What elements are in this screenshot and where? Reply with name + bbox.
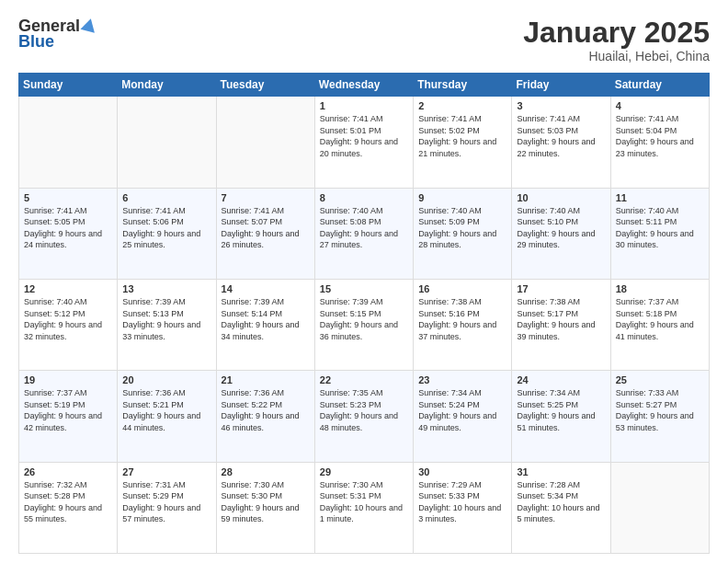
- day-number: 15: [320, 283, 408, 294]
- day-number: 13: [122, 283, 210, 294]
- day-number: 25: [616, 374, 704, 385]
- day-info: Sunrise: 7:34 AM Sunset: 5:25 PM Dayligh…: [517, 387, 605, 433]
- day-info: Sunrise: 7:30 AM Sunset: 5:31 PM Dayligh…: [320, 479, 408, 525]
- day-info: Sunrise: 7:29 AM Sunset: 5:33 PM Dayligh…: [418, 479, 506, 525]
- calendar-cell: 21Sunrise: 7:36 AM Sunset: 5:22 PM Dayli…: [216, 371, 314, 462]
- day-info: Sunrise: 7:34 AM Sunset: 5:24 PM Dayligh…: [418, 387, 506, 433]
- day-info: Sunrise: 7:40 AM Sunset: 5:12 PM Dayligh…: [24, 296, 112, 342]
- day-info: Sunrise: 7:36 AM Sunset: 5:22 PM Dayligh…: [222, 387, 310, 433]
- calendar-cell: 14Sunrise: 7:39 AM Sunset: 5:14 PM Dayli…: [216, 279, 314, 370]
- calendar-cell: 11Sunrise: 7:40 AM Sunset: 5:11 PM Dayli…: [610, 188, 709, 279]
- day-number: 18: [616, 283, 704, 294]
- calendar-cell: 22Sunrise: 7:35 AM Sunset: 5:23 PM Dayli…: [314, 371, 413, 462]
- calendar-cell: 30Sunrise: 7:29 AM Sunset: 5:33 PM Dayli…: [414, 462, 512, 553]
- calendar-cell: 13Sunrise: 7:39 AM Sunset: 5:13 PM Dayli…: [118, 279, 216, 370]
- weekday-header-wednesday: Wednesday: [314, 74, 413, 97]
- calendar-cell: 8Sunrise: 7:40 AM Sunset: 5:08 PM Daylig…: [314, 188, 413, 279]
- calendar-cell: 19Sunrise: 7:37 AM Sunset: 5:19 PM Dayli…: [19, 371, 118, 462]
- location: Huailai, Hebei, China: [523, 49, 710, 63]
- day-number: 28: [222, 466, 310, 477]
- day-number: 11: [616, 192, 704, 203]
- week-row-4: 19Sunrise: 7:37 AM Sunset: 5:19 PM Dayli…: [19, 371, 710, 462]
- day-number: 9: [418, 192, 506, 203]
- page: General Blue January 2025 Huailai, Hebei…: [0, 0, 728, 563]
- calendar-cell: 23Sunrise: 7:34 AM Sunset: 5:24 PM Dayli…: [414, 371, 512, 462]
- title-block: January 2025 Huailai, Hebei, China: [523, 17, 710, 63]
- day-info: Sunrise: 7:39 AM Sunset: 5:13 PM Dayligh…: [122, 296, 210, 342]
- day-info: Sunrise: 7:31 AM Sunset: 5:29 PM Dayligh…: [122, 479, 210, 525]
- day-number: 17: [517, 283, 605, 294]
- day-info: Sunrise: 7:32 AM Sunset: 5:28 PM Dayligh…: [24, 479, 112, 525]
- calendar-cell: 31Sunrise: 7:28 AM Sunset: 5:34 PM Dayli…: [512, 462, 610, 553]
- calendar-cell: 12Sunrise: 7:40 AM Sunset: 5:12 PM Dayli…: [19, 279, 118, 370]
- day-number: 26: [24, 466, 112, 477]
- day-info: Sunrise: 7:39 AM Sunset: 5:14 PM Dayligh…: [222, 296, 310, 342]
- week-row-1: 1Sunrise: 7:41 AM Sunset: 5:01 PM Daylig…: [19, 97, 710, 188]
- weekday-header-monday: Monday: [118, 74, 216, 97]
- day-info: Sunrise: 7:33 AM Sunset: 5:27 PM Dayligh…: [616, 387, 704, 433]
- calendar-cell: 28Sunrise: 7:30 AM Sunset: 5:30 PM Dayli…: [216, 462, 314, 553]
- calendar-cell: 5Sunrise: 7:41 AM Sunset: 5:05 PM Daylig…: [19, 188, 118, 279]
- day-number: 1: [320, 100, 408, 111]
- calendar-cell: 4Sunrise: 7:41 AM Sunset: 5:04 PM Daylig…: [610, 97, 709, 188]
- day-number: 14: [222, 283, 310, 294]
- day-number: 23: [418, 374, 506, 385]
- day-number: 16: [418, 283, 506, 294]
- calendar-cell: 7Sunrise: 7:41 AM Sunset: 5:07 PM Daylig…: [216, 188, 314, 279]
- day-number: 12: [24, 283, 112, 294]
- weekday-header-row: SundayMondayTuesdayWednesdayThursdayFrid…: [19, 74, 710, 97]
- day-info: Sunrise: 7:37 AM Sunset: 5:18 PM Dayligh…: [616, 296, 704, 342]
- day-number: 2: [418, 100, 506, 111]
- weekday-header-friday: Friday: [512, 74, 610, 97]
- week-row-3: 12Sunrise: 7:40 AM Sunset: 5:12 PM Dayli…: [19, 279, 710, 370]
- calendar-cell: [19, 97, 118, 188]
- header: General Blue January 2025 Huailai, Hebei…: [18, 17, 710, 63]
- day-info: Sunrise: 7:41 AM Sunset: 5:05 PM Dayligh…: [24, 205, 112, 251]
- day-number: 22: [320, 374, 408, 385]
- day-number: 20: [122, 374, 210, 385]
- day-info: Sunrise: 7:38 AM Sunset: 5:16 PM Dayligh…: [418, 296, 506, 342]
- calendar-cell: 25Sunrise: 7:33 AM Sunset: 5:27 PM Dayli…: [610, 371, 709, 462]
- calendar-cell: 17Sunrise: 7:38 AM Sunset: 5:17 PM Dayli…: [512, 279, 610, 370]
- day-info: Sunrise: 7:38 AM Sunset: 5:17 PM Dayligh…: [517, 296, 605, 342]
- calendar-cell: 10Sunrise: 7:40 AM Sunset: 5:10 PM Dayli…: [512, 188, 610, 279]
- day-number: 31: [517, 466, 605, 477]
- calendar-cell: 16Sunrise: 7:38 AM Sunset: 5:16 PM Dayli…: [414, 279, 512, 370]
- day-info: Sunrise: 7:40 AM Sunset: 5:11 PM Dayligh…: [616, 205, 704, 251]
- day-number: 6: [122, 192, 210, 203]
- week-row-2: 5Sunrise: 7:41 AM Sunset: 5:05 PM Daylig…: [19, 188, 710, 279]
- day-info: Sunrise: 7:41 AM Sunset: 5:07 PM Dayligh…: [222, 205, 310, 251]
- calendar-cell: 3Sunrise: 7:41 AM Sunset: 5:03 PM Daylig…: [512, 97, 610, 188]
- day-info: Sunrise: 7:37 AM Sunset: 5:19 PM Dayligh…: [24, 387, 112, 433]
- day-number: 4: [616, 100, 704, 111]
- calendar-cell: 26Sunrise: 7:32 AM Sunset: 5:28 PM Dayli…: [19, 462, 118, 553]
- day-info: Sunrise: 7:41 AM Sunset: 5:06 PM Dayligh…: [122, 205, 210, 251]
- day-info: Sunrise: 7:36 AM Sunset: 5:21 PM Dayligh…: [122, 387, 210, 433]
- calendar-cell: 24Sunrise: 7:34 AM Sunset: 5:25 PM Dayli…: [512, 371, 610, 462]
- calendar-cell: 1Sunrise: 7:41 AM Sunset: 5:01 PM Daylig…: [314, 97, 413, 188]
- day-number: 21: [222, 374, 310, 385]
- calendar-cell: [118, 97, 216, 188]
- calendar-cell: [610, 462, 709, 553]
- day-info: Sunrise: 7:41 AM Sunset: 5:04 PM Dayligh…: [616, 113, 704, 159]
- day-number: 27: [122, 466, 210, 477]
- day-info: Sunrise: 7:40 AM Sunset: 5:08 PM Dayligh…: [320, 205, 408, 251]
- calendar-cell: [216, 97, 314, 188]
- day-info: Sunrise: 7:35 AM Sunset: 5:23 PM Dayligh…: [320, 387, 408, 433]
- day-info: Sunrise: 7:30 AM Sunset: 5:30 PM Dayligh…: [222, 479, 310, 525]
- day-info: Sunrise: 7:40 AM Sunset: 5:09 PM Dayligh…: [418, 205, 506, 251]
- logo-triangle-icon: [81, 17, 98, 33]
- logo: General Blue: [18, 17, 97, 52]
- weekday-header-thursday: Thursday: [414, 74, 512, 97]
- day-number: 24: [517, 374, 605, 385]
- day-info: Sunrise: 7:41 AM Sunset: 5:03 PM Dayligh…: [517, 113, 605, 159]
- weekday-header-sunday: Sunday: [19, 74, 118, 97]
- calendar-cell: 18Sunrise: 7:37 AM Sunset: 5:18 PM Dayli…: [610, 279, 709, 370]
- day-number: 8: [320, 192, 408, 203]
- calendar-cell: 20Sunrise: 7:36 AM Sunset: 5:21 PM Dayli…: [118, 371, 216, 462]
- day-number: 29: [320, 466, 408, 477]
- calendar-cell: 6Sunrise: 7:41 AM Sunset: 5:06 PM Daylig…: [118, 188, 216, 279]
- calendar-cell: 9Sunrise: 7:40 AM Sunset: 5:09 PM Daylig…: [414, 188, 512, 279]
- day-number: 5: [24, 192, 112, 203]
- day-info: Sunrise: 7:40 AM Sunset: 5:10 PM Dayligh…: [517, 205, 605, 251]
